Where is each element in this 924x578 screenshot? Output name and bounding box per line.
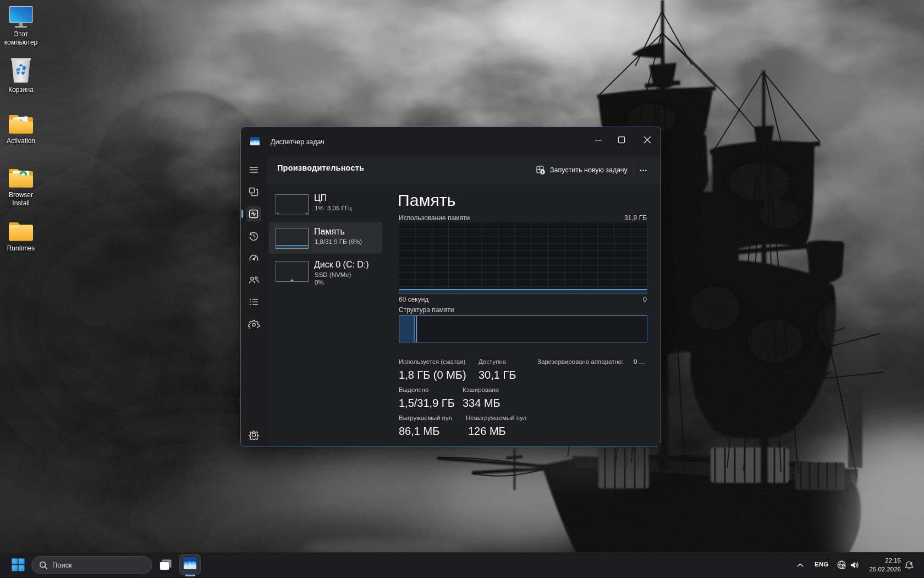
svg-text:z: z <box>911 561 912 564</box>
